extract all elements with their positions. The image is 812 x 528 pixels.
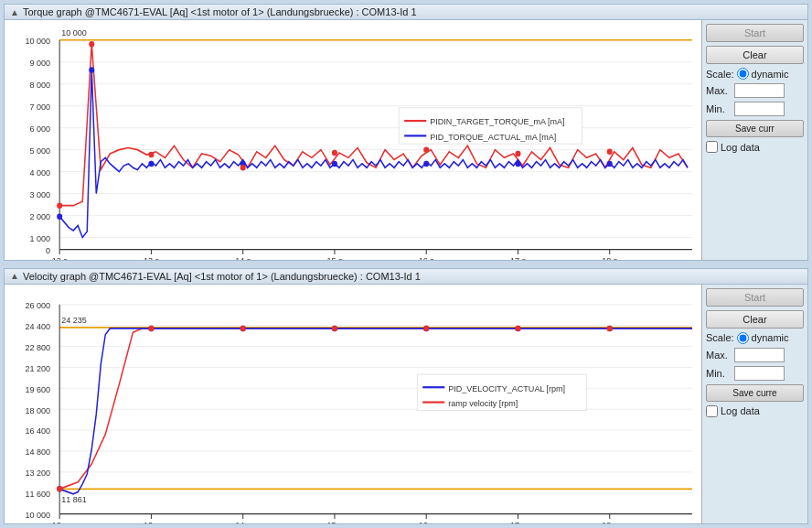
svg-text:16 s: 16 s <box>419 254 434 259</box>
svg-text:16 s: 16 s <box>419 519 434 523</box>
torque-title-text: Torque graph @TMC4671-EVAL [Aq] <1st mot… <box>23 6 417 17</box>
svg-point-112 <box>423 325 429 331</box>
svg-point-53 <box>515 151 520 157</box>
svg-text:14 800: 14 800 <box>26 446 51 456</box>
svg-text:13 s: 13 s <box>144 519 159 523</box>
svg-text:9 000: 9 000 <box>30 58 51 68</box>
svg-text:15 s: 15 s <box>326 254 342 259</box>
velocity-chart-svg: 24 235 11 861 26 000 24 400 22 800 21 20… <box>5 285 701 524</box>
svg-point-39 <box>57 213 62 220</box>
svg-point-110 <box>240 325 246 331</box>
svg-text:18 s: 18 s <box>602 519 617 523</box>
torque-max-row: Max. <box>706 83 804 98</box>
velocity-panel-title: ▲ Velocity graph @TMC4671-EVAL [Aq] <1st… <box>5 269 807 285</box>
velocity-scale-radio[interactable] <box>737 332 749 344</box>
velocity-log-checkbox[interactable] <box>706 405 718 417</box>
svg-text:22 800: 22 800 <box>26 341 51 351</box>
svg-text:14 s: 14 s <box>235 254 251 259</box>
svg-point-40 <box>89 67 94 73</box>
torque-chart-svg: 10 000 10 000 9 000 8 000 7 000 6 000 5 … <box>5 20 701 260</box>
svg-text:11 600: 11 600 <box>26 488 51 498</box>
svg-point-45 <box>515 161 520 167</box>
velocity-log-label: Log data <box>721 405 760 416</box>
velocity-start-button[interactable]: Start <box>706 288 804 307</box>
svg-text:11 861: 11 861 <box>61 493 87 503</box>
svg-text:18 000: 18 000 <box>26 404 51 415</box>
torque-max-input[interactable] <box>734 83 785 98</box>
velocity-clear-button[interactable]: Clear <box>706 310 804 329</box>
svg-point-52 <box>423 146 429 153</box>
velocity-max-row: Max. <box>706 348 804 362</box>
svg-text:17 s: 17 s <box>510 254 526 259</box>
velocity-log-row: Log data <box>706 405 804 417</box>
torque-scale-row: Scale: dynamic <box>706 68 804 80</box>
svg-text:21 200: 21 200 <box>26 362 51 372</box>
svg-text:10 000: 10 000 <box>26 36 51 46</box>
svg-point-111 <box>332 325 337 331</box>
svg-text:16 400: 16 400 <box>26 426 51 436</box>
torque-sidebar: Start Clear Scale: dynamic Max. Min. Sav… <box>702 20 807 260</box>
velocity-min-row: Min. <box>706 366 804 381</box>
velocity-max-input[interactable] <box>734 348 785 362</box>
svg-text:24 235: 24 235 <box>61 315 87 325</box>
svg-point-109 <box>148 325 154 331</box>
svg-text:4 000: 4 000 <box>30 167 51 178</box>
torque-start-button[interactable]: Start <box>706 24 804 42</box>
svg-point-44 <box>423 161 429 167</box>
velocity-chart-area: 24 235 11 861 26 000 24 400 22 800 21 20… <box>5 285 702 524</box>
torque-panel-title: ▲ Torque graph @TMC4671-EVAL [Aq] <1st m… <box>5 5 807 20</box>
svg-text:26 000: 26 000 <box>26 299 51 309</box>
svg-text:3 000: 3 000 <box>30 189 51 199</box>
svg-point-43 <box>332 161 337 167</box>
torque-title-icon: ▲ <box>10 7 19 17</box>
svg-text:PIDIN_TARGET_TORQUE_mA [mA]: PIDIN_TARGET_TORQUE_mA [mA] <box>430 116 564 126</box>
velocity-scale-row: Scale: dynamic <box>706 332 804 344</box>
svg-text:24 400: 24 400 <box>26 320 51 330</box>
svg-text:8 000: 8 000 <box>30 80 51 90</box>
svg-text:2 000: 2 000 <box>30 211 51 221</box>
torque-scale-option: dynamic <box>752 69 789 80</box>
torque-log-row: Log data <box>706 141 804 153</box>
svg-text:7 000: 7 000 <box>30 102 51 112</box>
svg-text:6 000: 6 000 <box>30 124 51 134</box>
torque-scale-label: Scale: <box>706 69 734 80</box>
svg-point-41 <box>148 161 154 167</box>
velocity-min-input[interactable] <box>734 366 785 381</box>
svg-text:17 s: 17 s <box>510 519 526 523</box>
svg-point-48 <box>89 41 94 48</box>
torque-max-label: Max. <box>706 85 732 96</box>
torque-min-input[interactable] <box>734 102 785 116</box>
velocity-min-label: Min. <box>706 368 732 379</box>
svg-text:ramp velocity [rpm]: ramp velocity [rpm] <box>448 397 518 407</box>
velocity-max-label: Max. <box>706 350 732 361</box>
svg-text:12 s: 12 s <box>52 254 68 259</box>
svg-point-114 <box>607 325 613 331</box>
velocity-save-button[interactable]: Save curre <box>706 384 804 402</box>
torque-min-label: Min. <box>706 103 732 114</box>
svg-point-50 <box>240 165 246 171</box>
svg-text:PID_VELOCITY_ACTUAL [rpm]: PID_VELOCITY_ACTUAL [rpm] <box>448 383 565 393</box>
svg-text:13 s: 13 s <box>144 254 159 259</box>
torque-log-checkbox[interactable] <box>706 141 718 153</box>
velocity-sidebar: Start Clear Scale: dynamic Max. Min. Sav… <box>702 285 807 524</box>
svg-text:18 s: 18 s <box>602 254 617 259</box>
svg-text:13 200: 13 200 <box>26 467 51 477</box>
svg-text:19 600: 19 600 <box>26 383 51 393</box>
velocity-title-icon: ▲ <box>10 271 19 281</box>
svg-point-47 <box>57 202 62 209</box>
velocity-scale-label: Scale: <box>706 332 734 343</box>
svg-text:0: 0 <box>46 245 50 255</box>
velocity-scale-option: dynamic <box>752 332 789 343</box>
svg-text:14 s: 14 s <box>235 519 251 523</box>
torque-clear-button[interactable]: Clear <box>706 46 804 64</box>
svg-text:12 s: 12 s <box>52 519 68 523</box>
svg-text:10 000: 10 000 <box>26 509 51 519</box>
svg-text:10 000: 10 000 <box>61 27 87 38</box>
torque-save-button[interactable]: Save curr <box>706 120 804 137</box>
svg-point-54 <box>607 149 613 156</box>
torque-scale-radio[interactable] <box>737 68 749 80</box>
svg-point-108 <box>57 486 62 492</box>
velocity-title-text: Velocity graph @TMC4671-EVAL [Aq] <1st m… <box>23 271 421 282</box>
svg-text:15 s: 15 s <box>326 519 342 523</box>
svg-text:5 000: 5 000 <box>30 145 51 156</box>
